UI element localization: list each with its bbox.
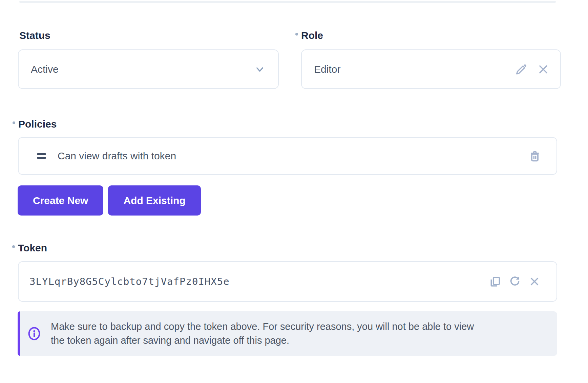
trash-icon[interactable]	[528, 149, 542, 163]
section-divider	[19, 1, 556, 3]
role-value: Editor	[314, 64, 340, 75]
chevron-down-icon	[254, 63, 266, 75]
token-value: 3LYLqrBy8G5Cylcbto7tjVafPz0IHX5e	[29, 276, 230, 287]
required-dot	[13, 121, 15, 124]
info-icon	[18, 326, 51, 341]
status-select[interactable]: Active	[18, 49, 279, 89]
refresh-icon[interactable]	[508, 275, 521, 288]
policy-actions: Create New Add Existing	[18, 185, 201, 216]
close-icon[interactable]	[537, 63, 550, 76]
status-label: Status	[19, 30, 50, 41]
token-field: 3LYLqrBy8G5Cylcbto7tjVafPz0IHX5e	[18, 261, 557, 302]
role-label: Role	[301, 30, 323, 41]
required-dot	[295, 33, 298, 36]
policy-list-item: Can view drafts with token	[18, 137, 557, 175]
drag-handle-icon[interactable]	[37, 153, 46, 159]
create-new-button[interactable]: Create New	[18, 185, 103, 216]
required-dot	[12, 245, 15, 248]
token-label: Token	[18, 242, 47, 254]
role-field: Editor	[301, 49, 561, 89]
policies-label: Policies	[18, 118, 57, 130]
status-value: Active	[31, 64, 59, 75]
copy-icon[interactable]	[489, 275, 502, 288]
close-icon[interactable]	[528, 275, 541, 288]
policy-title: Can view drafts with token	[58, 150, 176, 162]
add-existing-button[interactable]: Add Existing	[108, 185, 201, 216]
notice-accent-bar	[18, 311, 20, 356]
notice-line-2: the token again after saving and navigat…	[51, 334, 474, 347]
notice-line-1: Make sure to backup and copy the token a…	[51, 320, 474, 334]
notice-text: Make sure to backup and copy the token a…	[51, 320, 474, 347]
user-token-form: Status Active Role Editor Policies	[0, 0, 588, 383]
pencil-icon[interactable]	[514, 62, 528, 76]
security-notice: Make sure to backup and copy the token a…	[18, 311, 557, 356]
